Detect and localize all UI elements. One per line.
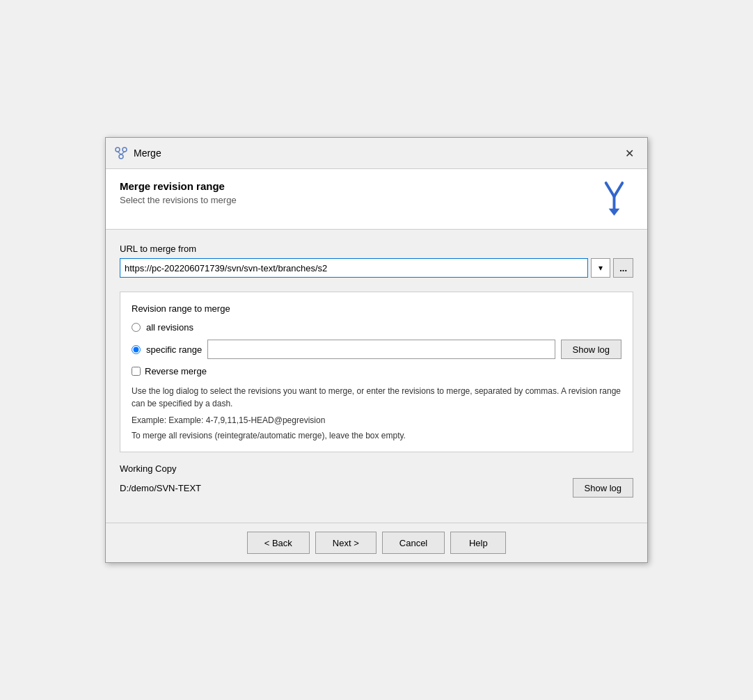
merge-title-icon	[114, 146, 128, 160]
svg-point-0	[116, 148, 120, 152]
title-bar-left: Merge	[114, 146, 161, 160]
url-row: ▾ ...	[120, 258, 633, 278]
revision-section: Revision range to merge all revisions sp…	[120, 292, 633, 452]
window-title: Merge	[134, 148, 161, 159]
url-dropdown-button[interactable]: ▾	[591, 258, 610, 278]
working-copy-section: Working Copy D:/demo/SVN-TEXT Show log	[120, 463, 633, 498]
show-log-button-range[interactable]: Show log	[561, 340, 621, 359]
example-text: Example: Example: 4-7,9,11,15-HEAD@pegre…	[132, 415, 621, 425]
show-log-button-wc[interactable]: Show log	[573, 478, 633, 498]
reverse-merge-row: Reverse merge	[132, 366, 621, 376]
header-text: Merge revision range Select the revision…	[120, 180, 237, 205]
dialog-footer: < Back Next > Cancel Help	[106, 523, 647, 562]
revision-section-title: Revision range to merge	[132, 303, 621, 314]
example-value: Example: 4-7,9,11,15-HEAD@pegrevision	[168, 415, 325, 425]
range-input[interactable]	[207, 340, 555, 359]
all-revisions-row: all revisions	[132, 322, 621, 333]
svg-point-1	[122, 148, 127, 152]
reverse-merge-label[interactable]: Reverse merge	[145, 366, 207, 376]
info-text: Use the log dialog to select the revisio…	[132, 385, 621, 410]
auto-merge-text: To merge all revisions (reintegrate/auto…	[132, 431, 621, 440]
merge-dialog: Merge ✕ Merge revision range Select the …	[105, 137, 648, 563]
url-label: URL to merge from	[120, 244, 633, 254]
all-revisions-radio[interactable]	[132, 323, 141, 332]
dialog-header: Merge revision range Select the revision…	[106, 169, 647, 230]
example-label: Example:	[132, 415, 168, 425]
all-revisions-label[interactable]: all revisions	[146, 322, 193, 333]
svg-line-3	[118, 152, 121, 154]
header-title: Merge revision range	[120, 180, 237, 192]
working-copy-label: Working Copy	[120, 463, 633, 474]
close-button[interactable]: ✕	[619, 143, 639, 163]
svg-point-2	[119, 154, 123, 159]
back-button[interactable]: < Back	[247, 532, 310, 554]
specific-range-radio[interactable]	[132, 345, 141, 354]
merge-header-icon	[595, 180, 633, 221]
dialog-content: URL to merge from ▾ ... Revision range t…	[106, 230, 647, 523]
reverse-merge-checkbox[interactable]	[132, 367, 141, 376]
specific-range-label[interactable]: specific range	[146, 344, 202, 355]
svg-line-5	[606, 183, 615, 197]
working-copy-row: D:/demo/SVN-TEXT Show log	[120, 478, 633, 498]
working-copy-path: D:/demo/SVN-TEXT	[120, 483, 201, 493]
svg-line-6	[615, 183, 623, 197]
title-bar: Merge ✕	[106, 138, 647, 169]
svg-line-4	[121, 152, 125, 154]
header-subtitle: Select the revisions to merge	[120, 195, 237, 205]
next-button[interactable]: Next >	[315, 532, 376, 554]
help-button[interactable]: Help	[450, 532, 506, 554]
svg-marker-8	[609, 209, 620, 216]
browse-button[interactable]: ...	[613, 258, 633, 278]
cancel-button[interactable]: Cancel	[382, 532, 445, 554]
specific-range-row: specific range Show log	[132, 340, 621, 359]
url-input[interactable]	[120, 258, 588, 278]
